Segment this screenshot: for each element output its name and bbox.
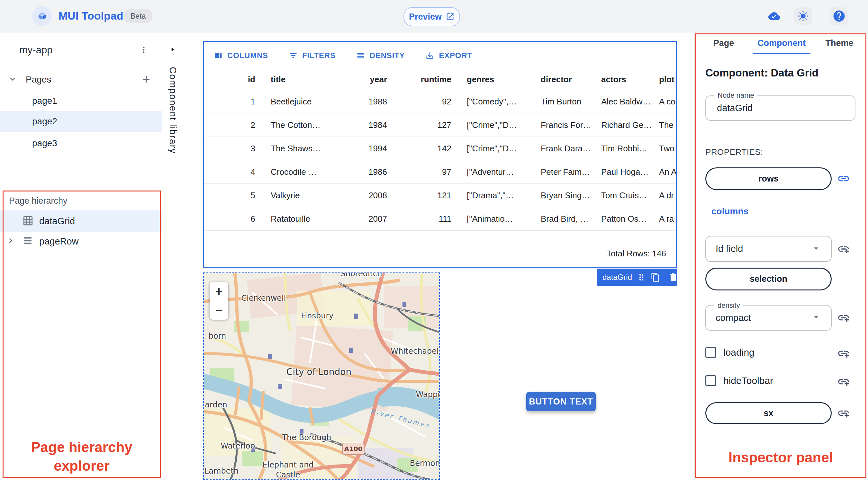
delete-button[interactable] bbox=[668, 272, 678, 282]
component-library-panel[interactable]: Component library bbox=[162, 32, 183, 480]
checkbox-unchecked-icon[interactable] bbox=[705, 347, 716, 358]
trash-icon bbox=[668, 272, 678, 282]
node-name-value: dataGrid bbox=[717, 96, 752, 120]
loading-label: loading bbox=[723, 347, 754, 358]
sidebar-item-page2[interactable]: page2 bbox=[0, 111, 162, 132]
grid-cell: ["Drama","… bbox=[459, 191, 533, 200]
grid-cell: 2 bbox=[204, 120, 263, 130]
app-menu-button[interactable] bbox=[139, 45, 149, 56]
prop-sx-binding-button[interactable] bbox=[837, 406, 850, 420]
grid-cell: 1988 bbox=[350, 97, 395, 107]
grid-cell: ["Crime","D… bbox=[459, 120, 533, 130]
tab-page[interactable]: Page bbox=[695, 32, 752, 54]
grid-header-cell[interactable]: runtime bbox=[395, 74, 459, 85]
map-label: Finsbury bbox=[301, 311, 334, 320]
preview-button[interactable]: Preview bbox=[403, 7, 460, 26]
grid-cell: Bryan Sing… bbox=[533, 191, 593, 200]
open-in-new-icon bbox=[445, 12, 455, 21]
prop-density-binding-button[interactable] bbox=[837, 311, 850, 325]
table-row[interactable]: 6Ratatouille2007111["Animatio…Brad Bird,… bbox=[204, 207, 676, 231]
prop-rows-button[interactable]: rows bbox=[705, 167, 832, 190]
prop-rows-binding-button[interactable] bbox=[837, 171, 850, 186]
toolbar-button-label: COLUMNS bbox=[227, 51, 268, 60]
grid-header-cell[interactable]: genres bbox=[459, 74, 533, 85]
selection-chip-label: dataGrid bbox=[602, 273, 632, 282]
map-label: arden bbox=[205, 400, 227, 409]
map-label: Shoreditch bbox=[341, 273, 382, 278]
grid-header-cell[interactable]: actors bbox=[593, 74, 651, 85]
density-select-value: compact bbox=[716, 306, 751, 330]
prop-loading-binding-button[interactable] bbox=[837, 346, 850, 360]
columns-button[interactable]: COLUMNS bbox=[214, 51, 268, 60]
grid-cell: 1994 bbox=[350, 143, 395, 154]
download-icon bbox=[425, 51, 434, 60]
prop-idfield-binding-button[interactable] bbox=[837, 242, 850, 256]
map-label: City of London bbox=[286, 366, 351, 377]
help-button[interactable] bbox=[830, 7, 848, 25]
component-library-label: Component library bbox=[167, 67, 178, 154]
sidebar-item-page3[interactable]: page3 bbox=[0, 133, 162, 154]
table-row[interactable]: 3The Shaws…1994142["Crime","D…Frank Dara… bbox=[204, 137, 676, 160]
grid-cell: 92 bbox=[395, 97, 459, 107]
add-link-icon bbox=[837, 243, 850, 255]
app-title: MUI Toolpad bbox=[59, 10, 123, 22]
export-button[interactable]: EXPORT bbox=[425, 51, 472, 60]
add-page-button[interactable] bbox=[141, 74, 152, 86]
road-ref-badge: A100 bbox=[342, 443, 365, 455]
prop-density-select[interactable]: density compact bbox=[705, 305, 832, 330]
canvas-button-component[interactable]: BUTTON TEXT bbox=[526, 392, 596, 411]
density-button[interactable]: DENSITY bbox=[356, 51, 405, 60]
grid-header-cell[interactable]: plot bbox=[651, 74, 677, 85]
table-row[interactable]: 2The Cotton…1984127["Crime","D…Francis F… bbox=[204, 114, 676, 137]
grid-header-cell[interactable]: title bbox=[263, 74, 350, 85]
grid-cell: Patton Os… bbox=[593, 214, 651, 224]
tab-theme[interactable]: Theme bbox=[810, 32, 868, 54]
drag-handle-icon[interactable] bbox=[637, 273, 646, 282]
help-icon bbox=[832, 9, 846, 23]
sidebar-item-page1[interactable]: page1 bbox=[0, 91, 162, 111]
tab-component[interactable]: Component bbox=[752, 32, 810, 54]
selection-chip[interactable]: dataGrid bbox=[597, 268, 677, 286]
filter-list-icon bbox=[289, 51, 298, 60]
chevron-right-icon[interactable] bbox=[6, 236, 16, 247]
filters-button[interactable]: FILTERS bbox=[289, 51, 336, 60]
datagrid-component[interactable]: COLUMNS FILTERS DENSITY EXPORT idtitleye… bbox=[203, 41, 677, 268]
table-row[interactable]: 5Valkyrie2008121["Drama","…Bryan Sing…To… bbox=[204, 184, 676, 207]
duplicate-button[interactable] bbox=[651, 273, 660, 282]
grid-header-cell[interactable]: year bbox=[350, 74, 395, 85]
prop-hidetoolbar-binding-button[interactable] bbox=[837, 375, 850, 389]
zoom-in-button[interactable]: + bbox=[210, 282, 228, 301]
page-hierarchy-title: Page hierarchy bbox=[9, 196, 67, 206]
arrow-right-icon[interactable] bbox=[169, 46, 176, 53]
table-row[interactable]: 1Beetlejuice198892["Comedy",…Tim BurtonA… bbox=[204, 90, 676, 114]
checkbox-unchecked-icon[interactable] bbox=[705, 375, 716, 386]
grid-cell: 1986 bbox=[350, 167, 395, 177]
prop-sx-button[interactable]: sx bbox=[705, 402, 832, 424]
prop-loading-checkbox-row[interactable]: loading bbox=[705, 347, 754, 358]
prop-columns-link[interactable]: columns bbox=[711, 206, 748, 217]
grid-cell: ["Comedy",… bbox=[459, 97, 533, 107]
pages-section-header[interactable]: Pages bbox=[0, 70, 162, 89]
map-component[interactable]: ShoreditchClerkenwellFinsburybornWhitech… bbox=[203, 273, 440, 480]
table-row[interactable]: 4Crocodile …198697["Adventur…Peter Faim…… bbox=[204, 160, 676, 184]
prop-hidetoolbar-checkbox-row[interactable]: hideToolbar bbox=[705, 375, 773, 386]
grid-header-cell[interactable]: id bbox=[204, 74, 263, 85]
toolpad-logo-glyph bbox=[36, 10, 48, 22]
grid-cell: Valkyrie bbox=[263, 191, 350, 200]
theme-toggle-button[interactable] bbox=[794, 7, 812, 25]
chevron-down-icon[interactable] bbox=[8, 74, 18, 85]
station-marker bbox=[403, 302, 406, 307]
sidebar: my-app Pages page1 page2 page3 Page hier… bbox=[0, 32, 163, 480]
hierarchy-item-pagerow[interactable]: pageRow bbox=[0, 232, 162, 251]
hierarchy-item-datagrid[interactable]: dataGrid bbox=[0, 211, 162, 232]
grid-header-cell[interactable]: director bbox=[533, 74, 593, 85]
zoom-out-button[interactable]: − bbox=[210, 301, 228, 320]
map-label: Elephant and bbox=[262, 460, 313, 470]
station-marker bbox=[268, 354, 272, 359]
prop-selection-button[interactable]: selection bbox=[705, 268, 832, 290]
prop-idfield-select[interactable]: Id field bbox=[705, 236, 832, 262]
node-name-field[interactable]: Node name dataGrid bbox=[705, 95, 856, 121]
more-vert-icon bbox=[139, 45, 149, 55]
grid-cell: 127 bbox=[395, 120, 459, 130]
grid-cell: A dr bbox=[651, 191, 677, 200]
